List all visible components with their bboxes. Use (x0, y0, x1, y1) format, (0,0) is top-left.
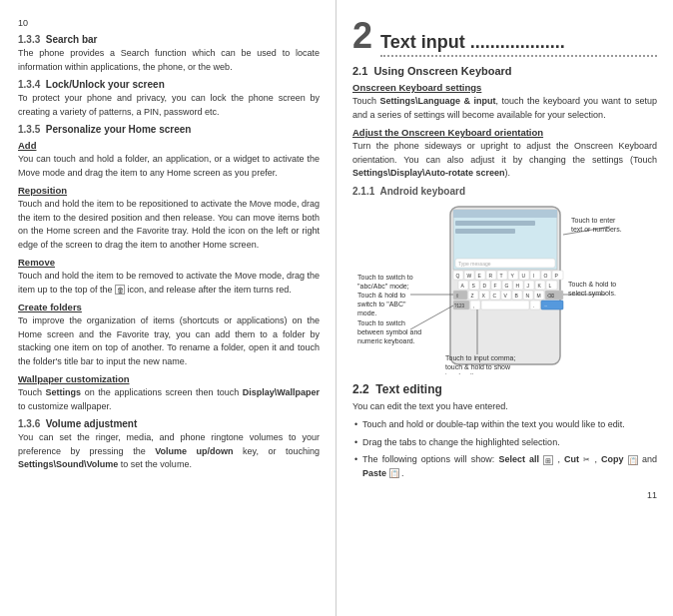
section-1-3-6-text: You can set the ringer, media, and phone… (18, 431, 320, 472)
svg-text:⇧: ⇧ (455, 293, 459, 299)
add-text: You can touch and hold a folder, an appl… (18, 153, 320, 180)
section-id-1-3-4: 1.3.4 Lock/Unlock your screen (18, 79, 320, 90)
section-2-2-intro: You can edit the text you have entered. (352, 400, 657, 414)
keyboard-diagram-container: Type message Q W E R T Y (352, 205, 657, 374)
wallpaper-heading: Wallpaper customization (18, 373, 320, 384)
create-folders-heading: Create folders (18, 302, 320, 312)
svg-text:touch & hold to show: touch & hold to show (445, 363, 511, 370)
svg-rect-67 (481, 301, 529, 309)
subsection-add: Add You can touch and hold a folder, an … (18, 140, 320, 180)
right-page: 2 Text input ................... 2.1 Usi… (336, 0, 673, 616)
section-2-2-heading: 2.2 Text editing (352, 382, 657, 396)
keyboard-orientation-heading: Adjust the Onscreen Keyboard orientation (352, 127, 657, 138)
svg-text:N: N (525, 293, 529, 299)
section-2-2: 2.2 Text editing You can edit the text y… (352, 382, 657, 481)
svg-text:→: → (543, 304, 548, 308)
svg-text:Touch & hold to: Touch & hold to (357, 292, 405, 299)
svg-text:Touch to input comma;: Touch to input comma; (445, 354, 515, 362)
svg-rect-2 (453, 210, 557, 218)
subsection-keyboard-orientation: Adjust the Onscreen Keyboard orientation… (352, 127, 657, 181)
chapter-title: Text input ................... (380, 32, 657, 57)
svg-text:switch to "ABC": switch to "ABC" (357, 301, 406, 308)
svg-rect-3 (455, 221, 535, 226)
add-heading: Add (18, 140, 320, 151)
section-1-3-3-text: The phone provides a Search function whi… (18, 47, 320, 74)
bullet-1: Touch and hold or double-tap within the … (352, 418, 657, 432)
left-page: 10 1.3.3 Search bar The phone provides a… (0, 0, 336, 616)
section-1-3-3: 1.3.3 Search bar The phone provides a Se… (18, 34, 320, 74)
svg-text:,: , (473, 303, 474, 308)
svg-text:⌫: ⌫ (547, 293, 554, 299)
section-id-1-3-5: 1.3.5 Personalize your Home screen (18, 124, 320, 135)
svg-text:Z: Z (470, 293, 473, 299)
svg-rect-68 (530, 301, 540, 309)
bullet-3: The following options will show: Select … (352, 453, 657, 480)
svg-text:Touch to enter: Touch to enter (571, 217, 616, 224)
page-number-left: 10 (18, 18, 320, 28)
key-row-2: A S D F G H J K L (458, 281, 557, 290)
svg-text:Q: Q (455, 273, 459, 279)
svg-text:G: G (504, 283, 508, 289)
svg-text:I: I (532, 273, 533, 279)
remove-heading: Remove (18, 257, 320, 268)
svg-text:Touch & hold to: Touch & hold to (568, 281, 616, 288)
bullet-2: Drag the tabs to change the highlighted … (352, 436, 657, 450)
svg-text:Type message: Type message (458, 261, 491, 267)
chapter-number: 2 (352, 18, 372, 54)
subsection-reposition: Reposition Touch and hold the item to be… (18, 185, 320, 252)
svg-text:Touch to switch: Touch to switch (357, 319, 405, 326)
svg-rect-39 (524, 281, 534, 290)
keyboard-diagram-svg: Type message Q W E R T Y (355, 205, 655, 374)
wallpaper-text: Touch Settings on the applications scree… (18, 386, 320, 413)
svg-text:R: R (488, 273, 492, 279)
svg-text:between symbol and: between symbol and (357, 328, 421, 336)
page-number-right: 11 (352, 490, 657, 500)
svg-text:input options.: input options. (445, 372, 487, 374)
svg-text:H: H (515, 283, 519, 289)
section-id-1-3-3: 1.3.3 Search bar (18, 34, 320, 45)
section-2-1-1: 2.1.1 Android keyboard Type message (352, 186, 657, 374)
create-folders-text: To improve the organization of items (sh… (18, 314, 320, 368)
svg-text:M: M (536, 293, 540, 299)
svg-text:Touch to switch to: Touch to switch to (357, 274, 413, 281)
subsection-wallpaper: Wallpaper customization Touch Settings o… (18, 373, 320, 413)
subsection-remove: Remove Touch and hold the item to be rem… (18, 257, 320, 297)
svg-text:C: C (492, 293, 496, 299)
svg-rect-65 (470, 301, 480, 309)
key-row-1: Q W E R T Y U I O (453, 271, 563, 280)
svg-text:T: T (499, 273, 502, 279)
section-1-3-6: 1.3.6 Volume adjustment You can set the … (18, 418, 320, 472)
svg-text:O: O (543, 273, 547, 279)
section-2-1-heading: 2.1 Using Onscreen Keyboard (352, 65, 657, 77)
svg-rect-4 (455, 229, 515, 234)
section-2-1: 2.1 Using Onscreen Keyboard Onscreen Key… (352, 65, 657, 181)
section-1-3-4-text: To protect your phone and privacy, you c… (18, 92, 320, 119)
section-1-3-4: 1.3.4 Lock/Unlock your screen To protect… (18, 79, 320, 119)
svg-text:select symbols.: select symbols. (568, 290, 616, 298)
svg-line-81 (410, 306, 453, 329)
svg-text:"abc/Abc" mode;: "abc/Abc" mode; (357, 283, 409, 290)
subsection-create-folders: Create folders To improve the organizati… (18, 302, 320, 368)
reposition-text: Touch and hold the item to be reposition… (18, 198, 320, 252)
svg-text:?123: ?123 (454, 304, 465, 308)
svg-text:numeric keyboard.: numeric keyboard. (357, 337, 415, 345)
svg-text:text or numbers.: text or numbers. (571, 226, 622, 233)
svg-text:.: . (533, 303, 534, 308)
svg-text:F: F (493, 283, 496, 289)
svg-text:W: W (466, 273, 471, 279)
section-id-1-3-6: 1.3.6 Volume adjustment (18, 418, 320, 429)
svg-text:D: D (482, 283, 486, 289)
keyboard-settings-text: Touch Settings\Language & input, touch t… (352, 95, 657, 122)
reposition-heading: Reposition (18, 185, 320, 196)
section-2-1-1-heading: 2.1.1 Android keyboard (352, 186, 657, 197)
svg-text:mode.: mode. (357, 309, 377, 316)
keyboard-orientation-text: Turn the phone sideways or upright to ad… (352, 140, 657, 181)
svg-rect-21 (530, 271, 540, 280)
svg-text:U: U (521, 273, 525, 279)
subsection-keyboard-settings: Onscreen Keyboard settings Touch Setting… (352, 82, 657, 122)
keyboard-settings-heading: Onscreen Keyboard settings (352, 82, 657, 93)
svg-text:L: L (548, 283, 551, 289)
section-1-3-5: 1.3.5 Personalize your Home screen Add Y… (18, 124, 320, 413)
key-row-3: ⇧ Z X C V B N M ⌫ (453, 291, 563, 300)
remove-text: Touch and hold the item to be removed to… (18, 270, 320, 297)
